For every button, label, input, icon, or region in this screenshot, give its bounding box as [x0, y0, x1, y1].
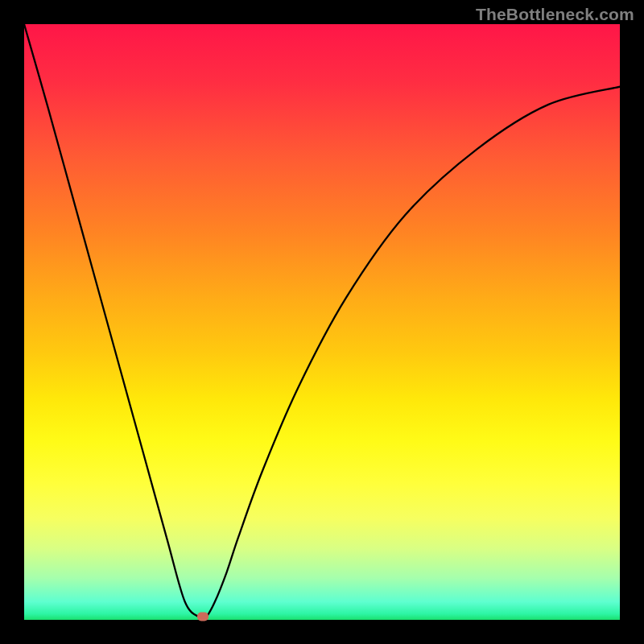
curve-svg — [24, 24, 620, 620]
optimal-point-marker — [197, 613, 208, 621]
bottleneck-curve — [24, 24, 620, 619]
plot-area — [24, 24, 620, 620]
chart-frame: TheBottleneck.com — [0, 0, 644, 644]
watermark: TheBottleneck.com — [476, 5, 634, 24]
